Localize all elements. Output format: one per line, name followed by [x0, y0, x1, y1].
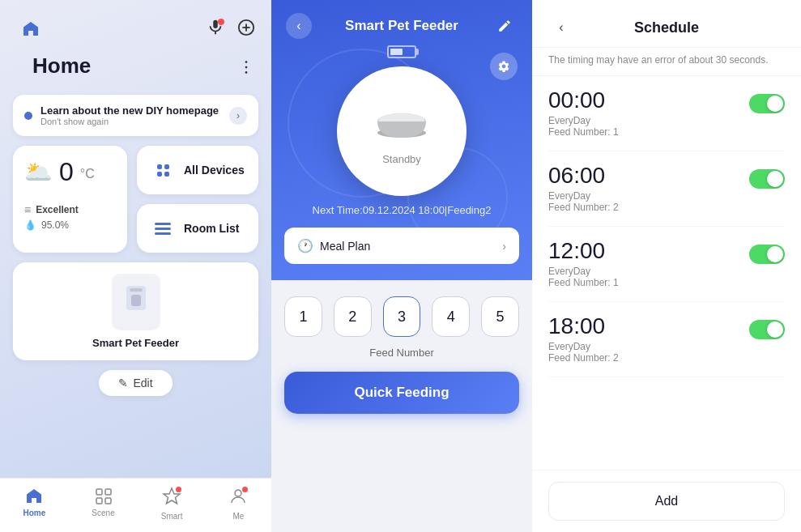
nav-me[interactable]: Me — [228, 487, 248, 521]
device-buttons: All Devices Room List — [137, 146, 258, 253]
quick-feeding-label: Quick Feeding — [354, 385, 449, 400]
home-icon[interactable] — [16, 15, 45, 44]
clock-icon: 🕐 — [297, 238, 313, 253]
schedule-feed-2: Feed Number: 1 — [548, 277, 749, 288]
nav-me-label: Me — [232, 512, 244, 521]
device-image — [112, 274, 160, 330]
mid-header: ‹ Smart Pet Feeder — [271, 0, 532, 45]
schedule-hint: The timing may have an error of about 30… — [532, 48, 801, 76]
all-devices-label: All Devices — [184, 164, 245, 177]
quality-icon: ≡ — [24, 203, 31, 216]
schedule-info-1: 06:00 EveryDay Feed Number: 2 — [548, 164, 749, 213]
schedule-item-2: 12:00 EveryDay Feed Number: 1 — [548, 227, 785, 302]
meal-plan-label: Meal Plan — [320, 240, 496, 253]
svg-point-19 — [377, 128, 426, 138]
room-list-button[interactable]: Room List — [137, 204, 258, 253]
battery-fill — [390, 49, 403, 55]
svg-point-5 — [245, 61, 248, 63]
nav-home-label: Home — [23, 509, 46, 517]
quality-text: Excellent — [36, 204, 79, 215]
smart-pet-feeder-card[interactable]: Smart Pet Feeder — [13, 262, 258, 360]
edit-button[interactable]: ✎ Edit — [99, 370, 172, 396]
back-button[interactable]: ‹ — [286, 13, 312, 39]
svg-point-17 — [377, 113, 426, 130]
settings-button[interactable] — [490, 53, 518, 80]
schedule-list: 00:00 EveryDay Feed Number: 1 06:00 Ever… — [532, 76, 801, 470]
nav-scene[interactable]: Scene — [92, 487, 114, 521]
feed-num-5[interactable]: 5 — [481, 296, 519, 337]
svg-rect-0 — [213, 20, 218, 28]
schedule-title: Schedule — [574, 19, 759, 36]
svg-rect-10 — [131, 295, 141, 306]
temp-row: 🌥️ 0 °C — [24, 157, 116, 187]
schedule-toggle-1[interactable] — [749, 169, 785, 189]
device-grid: 🌥️ 0 °C ≡ Excellent 💧 95.0% — [13, 146, 258, 253]
edit-label: Edit — [133, 377, 152, 389]
quick-feeding-button[interactable]: Quick Feeding — [284, 372, 519, 414]
schedule-back-button[interactable]: ‹ — [548, 15, 574, 40]
feeder-bowl-wrap: Standby — [271, 66, 532, 196]
mic-icon[interactable] — [207, 19, 224, 40]
more-menu-icon[interactable] — [237, 58, 255, 79]
edit-pencil-icon: ✎ — [118, 377, 128, 389]
feed-num-1[interactable]: 1 — [284, 296, 322, 337]
all-devices-button[interactable]: All Devices — [137, 146, 258, 194]
weather-card: 🌥️ 0 °C ≡ Excellent 💧 95.0% — [13, 146, 127, 253]
svg-rect-11 — [96, 489, 102, 495]
schedule-time-2: 12:00 — [548, 240, 749, 262]
schedule-recur-2: EveryDay — [548, 266, 749, 277]
schedule-toggle-0[interactable] — [749, 94, 785, 113]
feeder-bottom: 1 2 3 4 5 Feed Number Quick Feeding — [271, 280, 532, 532]
next-time-text: Next Time:09.12.2024 18:00|Feeding2 — [271, 204, 532, 216]
temp-value: 0 — [59, 157, 74, 187]
add-label: Add — [655, 494, 678, 508]
schedule-feed-1: Feed Number: 2 — [548, 202, 749, 213]
device-name: Smart Pet Feeder — [92, 337, 179, 349]
left-panel: Home Learn about the new DIY homepage Do… — [0, 0, 271, 532]
svg-rect-9 — [130, 288, 143, 292]
schedule-info-2: 12:00 EveryDay Feed Number: 1 — [548, 240, 749, 288]
banner-subtitle: Don't show again — [40, 117, 221, 126]
banner-text: Learn about the new DIY homepage Don't s… — [40, 104, 221, 126]
add-icon[interactable] — [237, 19, 255, 40]
svg-rect-12 — [105, 489, 111, 495]
svg-rect-14 — [105, 498, 111, 504]
feed-num-4[interactable]: 4 — [432, 296, 470, 337]
cloud-icon: 🌥️ — [24, 159, 53, 185]
all-devices-icon — [150, 157, 176, 183]
room-list-label: Room List — [184, 222, 239, 235]
meal-plan-button[interactable]: 🕐 Meal Plan › — [284, 228, 519, 264]
header-right — [207, 19, 255, 40]
svg-point-6 — [245, 66, 248, 68]
banner[interactable]: Learn about the new DIY homepage Don't s… — [13, 95, 258, 136]
add-schedule-button[interactable]: Add — [548, 482, 785, 521]
humidity-text: 95.0% — [41, 219, 69, 231]
svg-point-18 — [379, 113, 424, 126]
nav-smart-notif — [162, 487, 181, 509]
schedule-toggle-2[interactable] — [749, 245, 785, 264]
nav-scene-label: Scene — [92, 509, 114, 517]
feed-number-selector: 1 2 3 4 5 — [284, 296, 519, 337]
mic-notif-dot — [218, 19, 224, 25]
feed-num-3[interactable]: 3 — [383, 296, 421, 337]
right-header: ‹ Schedule — [532, 0, 801, 48]
banner-title: Learn about the new DIY homepage — [40, 104, 221, 117]
bowl-icon — [373, 97, 430, 151]
nav-smart[interactable]: Smart — [161, 487, 183, 521]
feed-num-2[interactable]: 2 — [334, 296, 372, 337]
schedule-toggle-3[interactable] — [749, 320, 785, 339]
humidity-icon: 💧 — [24, 219, 36, 231]
room-list-icon — [150, 215, 176, 241]
battery-icon — [387, 45, 416, 58]
temp-unit: °C — [80, 167, 95, 181]
schedule-recur-1: EveryDay — [548, 190, 749, 202]
schedule-time-0: 00:00 — [548, 89, 749, 112]
banner-arrow-icon[interactable]: › — [229, 107, 247, 125]
schedule-feed-0: Feed Number: 1 — [548, 126, 749, 138]
edit-icon[interactable] — [492, 13, 518, 39]
schedule-info-3: 18:00 EveryDay Feed Number: 2 — [548, 315, 749, 364]
feeder-bowl: Standby — [337, 66, 467, 196]
schedule-recur-0: EveryDay — [548, 115, 749, 126]
nav-home[interactable]: Home — [23, 487, 46, 521]
banner-pin-icon — [24, 112, 32, 120]
